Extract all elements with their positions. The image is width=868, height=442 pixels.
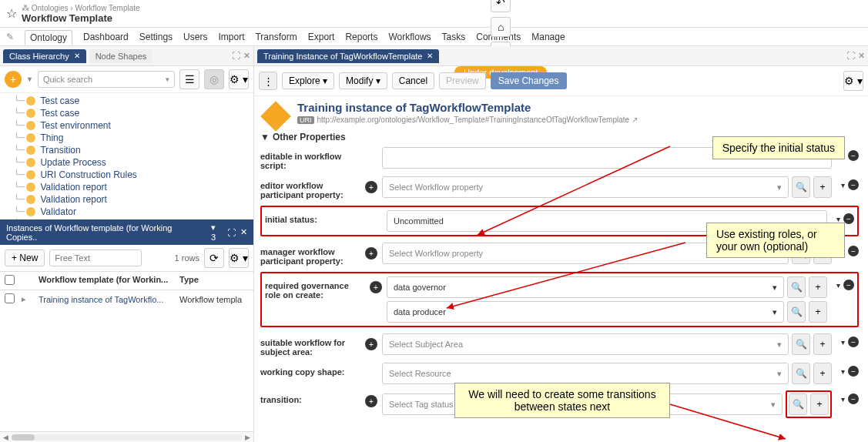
editor-wf-select[interactable]: Select Workflow property▾	[382, 176, 789, 198]
add-value-button[interactable]: +	[365, 395, 377, 407]
tree-item[interactable]: └─Test case	[0, 107, 253, 119]
class-tree[interactable]: └─Test case└─Test case└─Test environment…	[0, 93, 253, 219]
add-button[interactable]: +	[813, 176, 832, 198]
h-scrollbar[interactable]: ◀▶	[0, 431, 253, 442]
tab-instance-detail[interactable]: Training Instance of TagWorkflowTemplate…	[257, 49, 439, 63]
instance-link[interactable]: Training instance of TagWorkflo...	[39, 295, 179, 304]
instance-type: Workflow templa	[179, 295, 249, 304]
search-button[interactable]: 🔍	[792, 363, 810, 384]
table-row[interactable]: ▸ Training instance of TagWorkflo... Wor…	[0, 290, 253, 308]
remove-icon[interactable]: −	[843, 213, 854, 224]
menu-button[interactable]: ⋮	[259, 72, 277, 90]
grid-header: Workflow template (for Workin... Type	[0, 272, 253, 290]
gov-role-2[interactable]: data producer▾	[387, 301, 784, 323]
add-value-button[interactable]: +	[370, 281, 382, 293]
search-button[interactable]: 🔍	[792, 333, 810, 355]
search-button[interactable]: 🔍	[787, 301, 806, 323]
undo-button[interactable]: ↶	[491, 0, 511, 12]
remove-icon[interactable]: −	[848, 393, 859, 404]
add-button[interactable]: +	[809, 301, 827, 323]
add-button[interactable]: +	[809, 276, 827, 298]
new-instance-button[interactable]: + New	[5, 249, 45, 266]
remove-icon[interactable]: −	[843, 280, 854, 290]
chevron-down-icon[interactable]: ▼	[26, 75, 33, 83]
grid-settings-button[interactable]: ⚙ ▾	[229, 248, 249, 268]
search-button[interactable]: 🔍	[792, 176, 810, 198]
tree-item[interactable]: └─Test environment	[0, 119, 253, 132]
instance-icon	[260, 101, 291, 132]
callout-transitions: We will need to create some transitions …	[454, 383, 670, 418]
home-button[interactable]: ⌂	[491, 17, 511, 37]
select-all-checkbox[interactable]	[5, 275, 15, 285]
refresh-button[interactable]: ⟳	[204, 248, 224, 268]
nav-dashboard[interactable]: Dashboard	[83, 30, 129, 44]
callout-initial-status: Specify the initial status	[712, 136, 845, 159]
add-button[interactable]: +	[813, 333, 832, 355]
add-class-button[interactable]: +	[5, 71, 22, 88]
tab-class-hierarchy[interactable]: Class Hierarchy ✕	[3, 49, 86, 63]
save-button[interactable]: Save Changes	[491, 72, 567, 89]
row-checkbox[interactable]	[5, 293, 15, 303]
add-button[interactable]: +	[813, 363, 832, 384]
chevron-down-icon[interactable]: ▾	[836, 215, 840, 223]
tree-item[interactable]: └─Validation report	[0, 181, 253, 193]
tree-item[interactable]: └─URI Construction Rules	[0, 169, 253, 181]
tree-item[interactable]: └─Transition	[0, 144, 253, 156]
prop-label-initial: initial status:	[265, 210, 365, 224]
freetext-input[interactable]	[49, 249, 142, 266]
add-value-button[interactable]: +	[365, 338, 377, 350]
instances-panel-header: Instances of Workflow template (for Work…	[0, 219, 253, 245]
shape-select[interactable]: Select Resource▾	[382, 363, 789, 384]
add-button[interactable]: +	[810, 393, 829, 415]
nav-ontology[interactable]: Ontology	[25, 30, 72, 45]
close-icon[interactable]: ✕	[427, 52, 433, 60]
tree-item[interactable]: └─Validation report	[0, 193, 253, 206]
edit-icon[interactable]: ✎	[6, 32, 14, 42]
remove-icon[interactable]: −	[848, 150, 859, 161]
chevron-down-icon[interactable]: ▾	[841, 338, 845, 347]
search-button[interactable]: 🔍	[787, 276, 806, 298]
expand-icon[interactable]: ⛶	[846, 51, 855, 61]
detail-settings-button[interactable]: ⚙ ▾	[843, 71, 863, 91]
callout-roles: Use existing roles, or your own (optiona…	[706, 223, 845, 258]
chevron-down-icon[interactable]: ▾	[841, 367, 845, 376]
page-title: Workflow Template	[22, 12, 140, 24]
close-icon[interactable]: ✕	[240, 227, 247, 237]
tab-label: Node Shapes	[96, 52, 147, 61]
instance-uri: URIhttp://example.org/ontologies/Workflo…	[297, 116, 638, 124]
remove-icon[interactable]: −	[848, 337, 859, 347]
tree-item[interactable]: └─Thing	[0, 132, 253, 144]
search-placeholder: Quick search	[43, 75, 92, 84]
remove-icon[interactable]: −	[848, 366, 859, 377]
search-button[interactable]: 🔍	[789, 393, 807, 415]
chevron-down-icon[interactable]: ▾	[841, 395, 845, 403]
expand-icon[interactable]: ⛶	[227, 228, 236, 237]
prop-label-editable: editable in workflow script:	[260, 147, 360, 170]
subject-select[interactable]: Select Subject Area▾	[382, 333, 789, 355]
preview-button: Preview	[439, 72, 486, 89]
explore-button[interactable]: Explore ▾	[282, 72, 334, 89]
breadcrumb: ⁂ Ontologies › Workflow Template	[22, 4, 140, 12]
gov-role-1[interactable]: data governor▾	[387, 276, 784, 298]
star-icon[interactable]: ☆	[6, 6, 17, 21]
remove-icon[interactable]: −	[848, 179, 859, 190]
external-link-icon[interactable]: ↗	[632, 116, 638, 124]
cancel-button[interactable]: Cancel	[392, 72, 434, 89]
rows-count: 1 rows	[175, 253, 199, 263]
tree-item[interactable]: └─Update Process	[0, 156, 253, 169]
prop-label-manager-wf: manager workflow participant property:	[260, 243, 360, 266]
chevron-down-icon[interactable]: ▾	[841, 181, 845, 189]
add-value-button[interactable]: +	[365, 181, 377, 193]
col-type[interactable]: Type	[179, 275, 249, 286]
close-panel-icon[interactable]: ✕	[858, 51, 865, 61]
instances-title: Instances of Workflow template (for Work…	[6, 223, 202, 242]
chevron-down-icon[interactable]: ▾	[836, 281, 840, 290]
modify-button[interactable]: Modify ▾	[339, 72, 387, 89]
remove-icon[interactable]: −	[848, 246, 859, 256]
add-value-button[interactable]: +	[365, 247, 377, 260]
expand-row-icon[interactable]: ▸	[22, 294, 39, 304]
close-icon[interactable]: ✕	[74, 52, 80, 60]
col-name[interactable]: Workflow template (for Workin...	[39, 275, 179, 286]
tree-item[interactable]: └─Validator	[0, 206, 253, 218]
tree-item[interactable]: └─Test case	[0, 95, 253, 107]
